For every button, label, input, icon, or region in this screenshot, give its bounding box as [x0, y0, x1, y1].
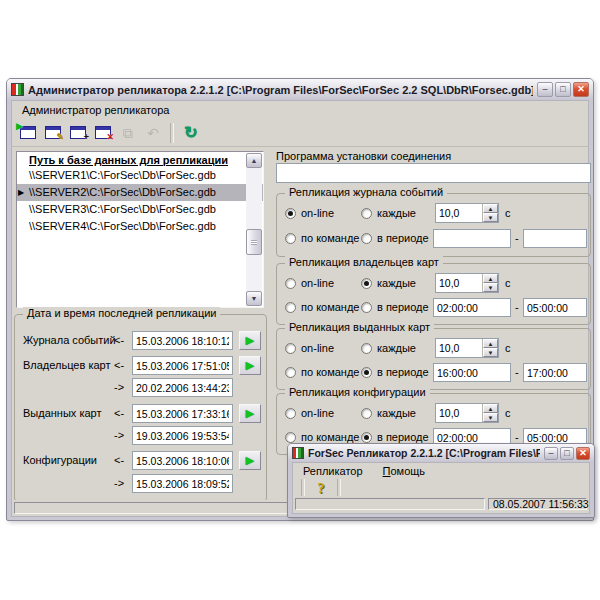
replicate-now-button[interactable]: ▶: [239, 356, 261, 375]
spin-up-icon[interactable]: ▲: [483, 404, 498, 413]
menu-administrator[interactable]: Администратор репликатора: [18, 103, 173, 117]
radio-circle[interactable]: [361, 302, 372, 313]
radio-circle[interactable]: [361, 278, 372, 289]
radio-by-command[interactable]: по команде: [285, 366, 359, 378]
toolbar-copy-button[interactable]: ⧉: [116, 121, 140, 144]
radio-in-period[interactable]: в периоде: [361, 301, 429, 313]
radio-by-command[interactable]: по команде: [285, 431, 359, 443]
interval-spinner[interactable]: ▲▼: [435, 203, 499, 223]
radio-by-command[interactable]: по команде: [285, 232, 359, 244]
db-list-item[interactable]: ▶ \\SERVER3\C:\ForSec\Db\ForSec.gdb: [17, 201, 263, 218]
spin-down-icon[interactable]: ▼: [483, 213, 498, 222]
toolbar-replication-run-button[interactable]: ▶: [16, 121, 40, 144]
main-titlebar[interactable]: Администратор репликатора 2.2.1.2 [C:\Pr…: [7, 79, 593, 100]
radio-circle[interactable]: [285, 278, 296, 289]
radio-circle[interactable]: [285, 408, 296, 419]
maximize-button[interactable]: □: [560, 447, 574, 460]
scroll-up-icon[interactable]: ▲: [246, 153, 262, 168]
replication-edit-icon: ✎: [45, 126, 61, 139]
interval-spinner[interactable]: ▲▼: [435, 273, 499, 293]
minimize-button[interactable]: –: [537, 82, 553, 97]
spin-up-icon[interactable]: ▲: [483, 204, 498, 213]
replication-group-event-log: Репликация журнала событий on-line кажды…: [276, 193, 591, 257]
maximize-button[interactable]: □: [555, 82, 571, 97]
last-replication-datetime[interactable]: [132, 404, 233, 423]
period-from-input[interactable]: [433, 298, 511, 317]
radio-circle[interactable]: [361, 233, 372, 244]
radio-every[interactable]: каждые: [361, 207, 416, 219]
last-replication-row: Конфигурации <- ▶: [15, 451, 266, 471]
scroll-down-icon[interactable]: ▼: [246, 291, 262, 306]
period-to-input[interactable]: [523, 363, 587, 382]
scrollbar-thumb[interactable]: [246, 229, 262, 255]
close-button[interactable]: ✕: [573, 82, 589, 97]
radio-circle[interactable]: [361, 408, 372, 419]
toolbar-replication-add-button[interactable]: +: [66, 121, 90, 144]
toolbar-separator: [170, 123, 174, 143]
interval-value[interactable]: [436, 274, 482, 292]
db-list-item[interactable]: ▶ \\SERVER4\C:\ForSec\Db\ForSec.gdb: [17, 218, 263, 235]
radio-every[interactable]: каждые: [361, 342, 416, 354]
radio-circle[interactable]: [361, 208, 372, 219]
db-path-list[interactable]: Путь к базе данных для репликации ▶ \\SE…: [16, 151, 264, 308]
replicator-titlebar[interactable]: ForSec Репликатор 2.2.1.2 [C:\Program Fi…: [288, 444, 594, 462]
period-to-input[interactable]: [523, 298, 587, 317]
last-replication-datetime[interactable]: [132, 426, 233, 445]
toolbar-replication-delete-button[interactable]: ✕: [91, 121, 115, 144]
toolbar-replication-edit-button[interactable]: ✎: [41, 121, 65, 144]
spin-down-icon[interactable]: ▼: [483, 348, 498, 357]
radio-online[interactable]: on-line: [285, 342, 334, 354]
radio-every[interactable]: каждые: [361, 407, 416, 419]
spin-up-icon[interactable]: ▲: [483, 339, 498, 348]
spin-down-icon[interactable]: ▼: [483, 413, 498, 422]
radio-circle[interactable]: [285, 343, 296, 354]
radio-circle[interactable]: [361, 432, 372, 443]
period-to-input[interactable]: [523, 229, 587, 248]
radio-online[interactable]: on-line: [285, 277, 334, 289]
radio-circle[interactable]: [285, 233, 296, 244]
db-list-item[interactable]: ▶ \\SERVER1\C:\ForSec\Db\ForSec.gdb: [17, 167, 263, 184]
replicate-now-button[interactable]: ▶: [239, 331, 261, 350]
radio-in-period[interactable]: в периоде: [361, 366, 429, 378]
minimize-button[interactable]: –: [544, 447, 558, 460]
toolbar-refresh-button[interactable]: ↻: [179, 121, 203, 144]
spin-down-icon[interactable]: ▼: [483, 283, 498, 292]
interval-value[interactable]: [436, 339, 482, 357]
period-from-input[interactable]: [433, 229, 511, 248]
replicate-now-button[interactable]: ▶: [239, 404, 261, 423]
last-replication-datetime[interactable]: [132, 474, 233, 493]
main-menubar: Администратор репликатора: [12, 101, 588, 120]
radio-circle[interactable]: [361, 367, 372, 378]
spin-up-icon[interactable]: ▲: [483, 274, 498, 283]
radio-circle[interactable]: [285, 367, 296, 378]
last-replication-datetime[interactable]: [132, 331, 233, 350]
radio-online[interactable]: on-line: [285, 407, 334, 419]
radio-in-period[interactable]: в периоде: [361, 232, 429, 244]
interval-spinner[interactable]: ▲▼: [435, 403, 499, 423]
radio-circle[interactable]: [285, 208, 296, 219]
last-replication-datetime[interactable]: [132, 378, 233, 397]
radio-circle[interactable]: [285, 302, 296, 313]
menu-help[interactable]: Помощь: [379, 464, 430, 478]
radio-every[interactable]: каждые: [361, 277, 416, 289]
last-replication-datetime[interactable]: [132, 356, 233, 375]
menu-replicator[interactable]: Репликатор: [299, 464, 367, 478]
period-separator: -: [515, 301, 519, 313]
interval-spinner[interactable]: ▲▼: [435, 338, 499, 358]
last-replication-datetime[interactable]: [132, 451, 233, 470]
radio-circle[interactable]: [361, 343, 372, 354]
period-from-input[interactable]: [433, 363, 511, 382]
connection-program-input[interactable]: [276, 163, 591, 183]
close-button[interactable]: ✕: [576, 447, 590, 460]
radio-by-command[interactable]: по команде: [285, 301, 359, 313]
radio-in-period[interactable]: в периоде: [361, 431, 429, 443]
radio-circle[interactable]: [285, 432, 296, 443]
db-list-item[interactable]: ▶ \\SERVER2\C:\ForSec\Db\ForSec.gdb: [17, 184, 263, 201]
toolbar-undo-button[interactable]: ↶: [141, 121, 165, 144]
replicate-now-button[interactable]: ▶: [239, 451, 261, 470]
interval-value[interactable]: [436, 404, 482, 422]
app-icon: [292, 447, 304, 459]
list-scrollbar[interactable]: ▲ ▼: [246, 153, 262, 306]
radio-online[interactable]: on-line: [285, 207, 334, 219]
interval-value[interactable]: [436, 204, 482, 222]
